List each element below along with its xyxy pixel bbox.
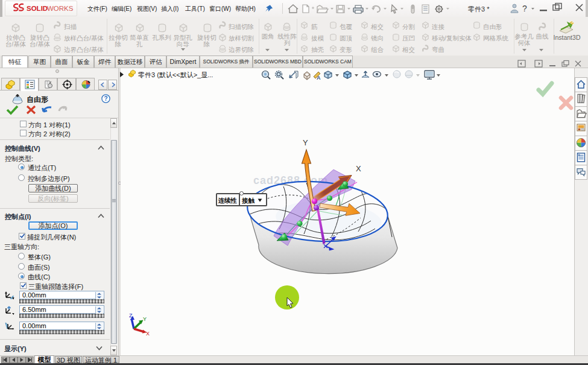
svg-text:Y: Y <box>303 138 308 147</box>
svg-text:SOLID: SOLID <box>27 5 48 12</box>
svg-text:WORKS: WORKS <box>47 5 74 12</box>
svg-text:X: X <box>146 331 150 337</box>
svg-text:?: ? <box>104 95 108 102</box>
svg-text:Z: Z <box>129 313 133 319</box>
svg-text:X: X <box>356 164 361 173</box>
svg-text:?: ? <box>522 4 527 13</box>
svg-text:Y: Y <box>143 316 147 322</box>
